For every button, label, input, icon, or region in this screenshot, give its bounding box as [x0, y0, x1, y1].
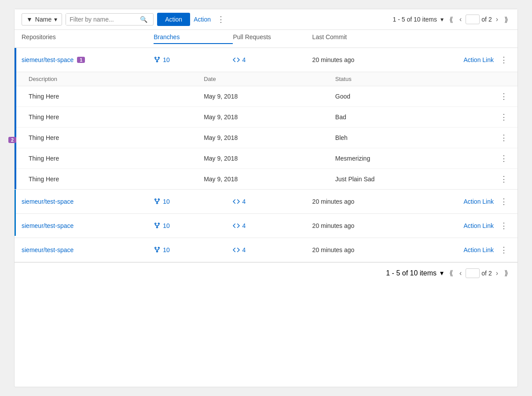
repo-cell-3: siemeur/test-space [22, 222, 154, 230]
action-link-button-4[interactable]: Action Link [464, 246, 494, 253]
bottom-prev-page-button[interactable]: ‹ [457, 268, 464, 278]
action-col-1: Action Link ⋮ [411, 54, 510, 66]
col-actions [411, 33, 510, 44]
repo-link-1[interactable]: siemeur/test-space 1 [22, 56, 154, 63]
sub-row: Thing Here May 9, 2018 Bad ⋮ [15, 107, 517, 128]
sub-row: Thing Here May 9, 2018 Just Plain Sad ⋮ [15, 169, 517, 189]
sub-col-status: Status [335, 76, 467, 82]
action-col-3: Action Link ⋮ [411, 220, 510, 231]
last-page-button[interactable]: ⟫ [502, 15, 510, 25]
pr-count-1: 4 [233, 56, 312, 63]
table-row: siemeur/test-space 10 4 20 minutes ago A… [15, 190, 517, 214]
sub-status: Good [335, 93, 467, 100]
fork-icon [154, 56, 161, 63]
sub-description: Thing Here [29, 134, 204, 141]
sub-row-kebab-1[interactable]: ⋮ [497, 91, 510, 102]
pagination-range-text: 1 - 5 of 10 items [393, 16, 437, 23]
sub-col-description: Description [29, 76, 204, 82]
last-commit-3: 20 minutes ago [312, 222, 411, 229]
toolbar: ▼ Name ▾ 🔍 Action Action ⋮ 1 - 5 of 10 i… [15, 9, 517, 30]
branch-count-3: 10 [154, 222, 233, 229]
branch-count-4: 10 [154, 246, 233, 253]
bottom-page-of-text: of 2 [481, 270, 492, 277]
col-repositories: Repositories [22, 33, 154, 44]
filter-button[interactable]: ▼ Name ▾ [22, 13, 62, 26]
prev-page-button[interactable]: ‹ [457, 15, 464, 24]
branch-num-2: 10 [163, 198, 170, 205]
sub-row-kebab-2[interactable]: ⋮ [497, 111, 510, 123]
repo-anchor-4[interactable]: siemeur/test-space [22, 246, 73, 253]
chevron-down-icon: ▾ [54, 16, 57, 23]
repo-anchor-3[interactable]: siemeur/test-space [22, 222, 73, 229]
sub-date: May 9, 2018 [204, 155, 335, 162]
row-kebab-button-3[interactable]: ⋮ [497, 220, 510, 231]
bottom-page-nav: ⟪ ‹ 1 of 2 › ⟫ [447, 268, 510, 278]
sub-description: Thing Here [29, 114, 204, 121]
toolbar-kebab-button[interactable]: ⋮ [214, 14, 227, 25]
sub-date: May 9, 2018 [204, 114, 335, 121]
row-kebab-button-1[interactable]: ⋮ [497, 54, 510, 66]
table-row: siemeur/test-space 10 4 20 minutes ago A… [15, 238, 517, 262]
chevron-down-icon: ▾ [440, 16, 444, 23]
action-primary-button[interactable]: Action [157, 13, 190, 26]
last-commit-1: 20 minutes ago [312, 56, 411, 63]
fork-icon [154, 222, 161, 229]
row-kebab-button-2[interactable]: ⋮ [497, 196, 510, 207]
sidebar-badge-2: 2 [8, 137, 16, 143]
sub-table-header: Description Date Status [15, 72, 517, 86]
sub-col-actions [466, 76, 510, 82]
branch-num-3: 10 [163, 222, 170, 229]
page-number-input[interactable]: 1 [466, 15, 480, 24]
action-link-button-3[interactable]: Action Link [464, 222, 494, 229]
code-icon [233, 198, 240, 205]
first-page-button[interactable]: ⟪ [447, 15, 455, 25]
next-page-button[interactable]: › [494, 15, 500, 24]
col-branches: Branches [154, 33, 233, 44]
search-input[interactable] [66, 14, 136, 25]
action-col-4: Action Link ⋮ [411, 244, 510, 256]
repo-anchor-2[interactable]: siemeur/test-space [22, 198, 73, 205]
bottom-pagination-range: 1 - 5 of 10 items [386, 269, 437, 277]
repo-cell-2: siemeur/test-space [22, 198, 154, 205]
action-link-button-1[interactable]: Action Link [464, 56, 494, 63]
sub-row-kebab-3[interactable]: ⋮ [497, 132, 510, 143]
row-kebab-button-4[interactable]: ⋮ [497, 244, 510, 256]
sub-status: Mesmerizing [335, 155, 467, 162]
bottom-first-page-button[interactable]: ⟪ [447, 268, 455, 278]
bottom-page-number-input[interactable]: 1 [466, 268, 480, 278]
last-commit-2: 20 minutes ago [312, 198, 411, 205]
sub-date: May 9, 2018 [204, 176, 335, 183]
action-link-toolbar-button[interactable]: Action [194, 16, 211, 23]
pr-num-3: 4 [242, 222, 246, 229]
bottom-next-page-button[interactable]: › [494, 268, 500, 278]
action-link-button-2[interactable]: Action Link [464, 198, 494, 205]
search-button[interactable]: 🔍 [136, 14, 151, 25]
sub-col-date: Date [204, 76, 335, 82]
sub-date: May 9, 2018 [204, 134, 335, 141]
sub-description: Thing Here [29, 93, 204, 100]
sub-status: Bad [335, 114, 467, 121]
table-row: siemeur/test-space 10 4 20 minutes ago A… [15, 214, 517, 238]
pagination-info: 1 - 5 of 10 items ▾ [393, 16, 444, 23]
sub-status: Just Plain Sad [335, 176, 467, 183]
sub-row-kebab-5[interactable]: ⋮ [497, 173, 510, 185]
pr-count-3: 4 [233, 222, 312, 229]
sub-row: Thing Here May 9, 2018 Bleh ⋮ [15, 128, 517, 148]
funnel-icon: ▼ [26, 16, 33, 23]
sub-row: Thing Here May 9, 2018 Mesmerizing ⋮ [15, 148, 517, 169]
bottom-last-page-button[interactable]: ⟫ [502, 268, 510, 278]
sub-status: Bleh [335, 134, 467, 141]
branch-num-4: 10 [163, 246, 170, 253]
page-nav: ⟪ ‹ 1 of 2 › ⟫ [447, 15, 510, 25]
sub-row-kebab-4[interactable]: ⋮ [497, 153, 510, 164]
main-row-2: siemeur/test-space 10 4 20 minutes ago A… [15, 190, 517, 213]
repo-anchor-1[interactable]: siemeur/test-space [22, 56, 73, 63]
search-box: 🔍 [66, 13, 154, 26]
chevron-down-icon: ▾ [440, 269, 444, 277]
badge-1: 1 [77, 57, 85, 63]
bottom-pagination: 1 - 5 of 10 items ▾ ⟪ ‹ 1 of 2 › ⟫ [15, 262, 517, 283]
main-row-4: siemeur/test-space 10 4 20 minutes ago A… [15, 238, 517, 262]
table-header: Repositories Branches Pull Requests Last… [15, 30, 517, 48]
branch-count-1: 10 [154, 56, 233, 63]
pr-count-4: 4 [233, 246, 312, 253]
